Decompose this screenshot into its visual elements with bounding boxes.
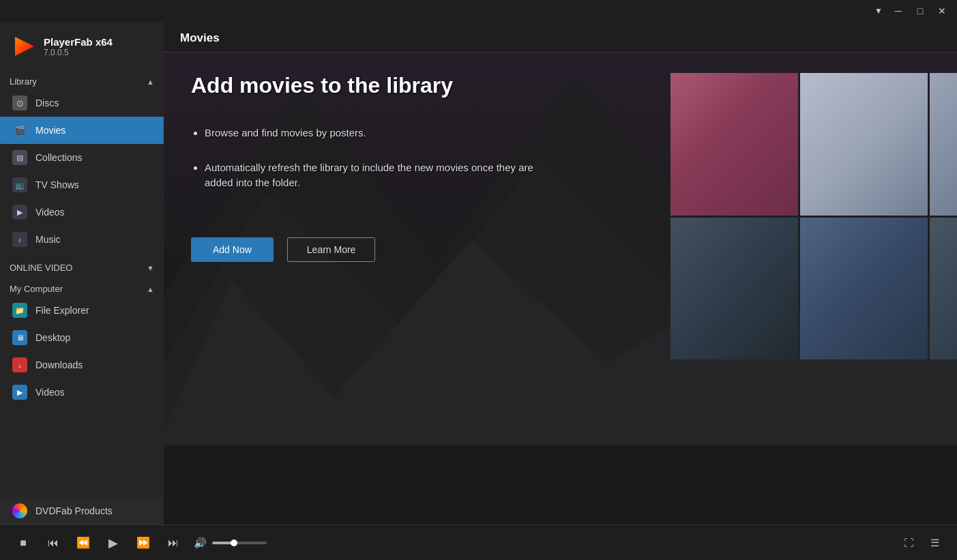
- app-name: PlayerFab x64: [44, 36, 113, 48]
- sidebar-item-label: Music: [35, 234, 61, 245]
- movie-icon: 🎬: [12, 123, 27, 138]
- sidebar-item-dvdfab[interactable]: DVDFab Products: [0, 497, 164, 525]
- library-chevron-icon: ▲: [147, 78, 154, 86]
- fullscreen-button[interactable]: ⛶: [900, 534, 917, 552]
- sidebar-item-music[interactable]: ♪ Music: [0, 226, 164, 253]
- volume-thumb: [231, 540, 237, 546]
- bullet-item-2: Automatically refresh the library to inc…: [205, 160, 546, 191]
- stop-button[interactable]: ■: [14, 533, 33, 552]
- logo-text: PlayerFab x64 7.0.0.5: [44, 36, 113, 57]
- sidebar-item-label: DVDFab Products: [35, 505, 113, 516]
- bullet-item-1: Browse and find movies by posters.: [205, 126, 546, 141]
- player-right-controls: ⛶ ☰: [900, 534, 943, 552]
- svg-marker-0: [15, 37, 34, 56]
- sidebar: PlayerFab x64 7.0.0.5 Library ▲ ⊙ Discs …: [0, 22, 164, 525]
- app-version: 7.0.0.5: [44, 48, 113, 57]
- library-section-header[interactable]: Library ▲: [0, 71, 164, 89]
- file-icon: 📁: [12, 303, 27, 318]
- my-computer-chevron-icon: ▲: [147, 285, 154, 293]
- volume-slider[interactable]: [212, 542, 267, 544]
- online-video-label: ONLINE VIDEO: [10, 263, 72, 273]
- downloads-icon: ↓: [12, 357, 27, 372]
- add-now-button[interactable]: Add Now: [191, 237, 274, 262]
- sidebar-item-videos2[interactable]: ▶ Videos: [0, 379, 164, 406]
- videos-icon: ▶: [12, 205, 27, 220]
- playlist-button[interactable]: ☰: [926, 534, 943, 552]
- maximize-button[interactable]: □: [911, 3, 930, 18]
- sidebar-item-label: Movies: [35, 125, 65, 136]
- disc-icon: ⊙: [12, 95, 27, 110]
- sidebar-item-movies[interactable]: 🎬 Movies: [0, 117, 164, 144]
- library-label: Library: [10, 76, 37, 87]
- dvdfab-icon: [12, 503, 27, 518]
- music-icon: ♪: [12, 232, 27, 247]
- online-video-chevron-icon: ▼: [147, 264, 154, 272]
- videos2-icon: ▶: [12, 385, 27, 400]
- main-content: Movies Add movies to the library Browse …: [164, 22, 957, 525]
- sidebar-item-label: Videos: [35, 387, 65, 398]
- close-button[interactable]: ✕: [932, 3, 952, 18]
- my-computer-section-header[interactable]: My Computer ▲: [0, 278, 164, 297]
- tv-icon: 📺: [12, 177, 27, 192]
- rewind-button[interactable]: ⏪: [74, 533, 93, 552]
- prev-button[interactable]: ⏮: [44, 533, 63, 552]
- volume-icon: 🔊: [194, 537, 207, 549]
- sidebar-item-videos[interactable]: ▶ Videos: [0, 198, 164, 226]
- content-area: Add movies to the library Browse and fin…: [164, 53, 957, 525]
- sidebar-item-discs[interactable]: ⊙ Discs: [0, 89, 164, 117]
- app-body: PlayerFab x64 7.0.0.5 Library ▲ ⊙ Discs …: [0, 22, 957, 525]
- titlebar-dropdown-button[interactable]: ▼: [871, 3, 886, 18]
- learn-more-button[interactable]: Learn More: [287, 237, 376, 262]
- titlebar-controls: ▼ ─ □ ✕: [871, 3, 952, 18]
- volume-area: 🔊: [194, 537, 267, 549]
- sidebar-item-label: Videos: [35, 207, 65, 218]
- desktop-icon: 🖥: [12, 330, 27, 345]
- play-button[interactable]: ▶: [104, 533, 123, 552]
- page-title-bar: Movies: [164, 22, 957, 53]
- player-bar: ■ ⏮ ⏪ ▶ ⏩ ⏭ 🔊 ⛶ ☰: [0, 525, 957, 560]
- online-video-section-header[interactable]: ONLINE VIDEO ▼: [0, 257, 164, 278]
- sidebar-item-label: Collections: [35, 152, 82, 163]
- sidebar-item-desktop[interactable]: 🖥 Desktop: [0, 324, 164, 351]
- sidebar-item-label: File Explorer: [35, 305, 89, 316]
- action-buttons: Add Now Learn More: [191, 237, 930, 262]
- sidebar-item-file-explorer[interactable]: 📁 File Explorer: [0, 297, 164, 324]
- add-movies-heading: Add movies to the library: [191, 73, 930, 98]
- my-computer-label: My Computer: [10, 284, 63, 294]
- sidebar-item-downloads[interactable]: ↓ Downloads: [0, 351, 164, 379]
- next-button[interactable]: ⏭: [164, 533, 183, 552]
- titlebar: ▼ ─ □ ✕: [0, 0, 957, 22]
- logo-area: PlayerFab x64 7.0.0.5: [0, 22, 164, 71]
- page-title: Movies: [180, 31, 220, 44]
- sidebar-item-collections[interactable]: ▤ Collections: [0, 144, 164, 171]
- content-overlay: Movies Add movies to the library Browse …: [164, 22, 957, 525]
- sidebar-item-tv-shows[interactable]: 📺 TV Shows: [0, 171, 164, 198]
- feature-list: Browse and find movies by posters. Autom…: [191, 126, 930, 210]
- collections-icon: ▤: [12, 150, 27, 165]
- minimize-button[interactable]: ─: [889, 3, 908, 18]
- fast-forward-button[interactable]: ⏩: [134, 533, 153, 552]
- sidebar-item-label: Desktop: [35, 332, 70, 343]
- sidebar-item-label: Discs: [35, 98, 59, 108]
- sidebar-item-label: Downloads: [35, 359, 83, 370]
- sidebar-item-label: TV Shows: [35, 179, 79, 190]
- app-logo-icon: [10, 33, 37, 60]
